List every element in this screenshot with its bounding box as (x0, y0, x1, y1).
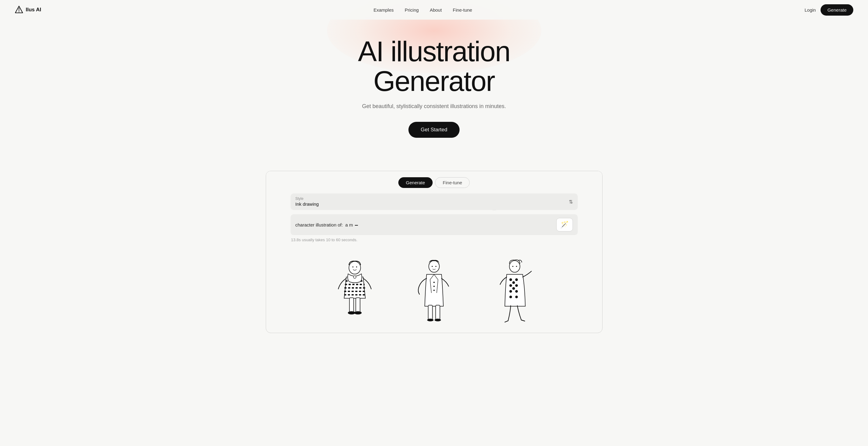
svg-point-18 (435, 266, 436, 267)
preview-controls: Style Ink drawing ⇅ character illustrati… (266, 193, 602, 333)
svg-point-17 (432, 266, 433, 267)
illustration-3 (474, 247, 553, 333)
style-label: Style (296, 196, 319, 201)
svg-point-5 (356, 266, 357, 267)
tab-generate[interactable]: Generate (398, 177, 433, 188)
preview-section: Ink drawing character illustration Gener… (0, 171, 868, 333)
prompt-text[interactable]: character illustration of: a m (296, 222, 553, 227)
illustration-2 (394, 247, 474, 333)
svg-point-29 (509, 279, 512, 281)
logo[interactable]: Ilus AI (15, 5, 41, 14)
magic-button[interactable]: 🪄 (556, 218, 573, 231)
svg-rect-23 (436, 305, 440, 320)
svg-point-19 (433, 282, 434, 283)
logo-text: Ilus AI (26, 7, 41, 13)
illustration-1 (315, 247, 394, 333)
svg-point-14 (348, 311, 355, 314)
preview-inner: Generate Fine-tune Style Ink drawing ⇅ c… (266, 171, 602, 333)
magic-wand-icon: 🪄 (560, 221, 568, 229)
preview-tabs: Generate Fine-tune (266, 171, 602, 193)
svg-point-31 (509, 284, 512, 287)
generate-nav-button[interactable]: Generate (820, 4, 853, 15)
chevron-icon: ⇅ (569, 199, 573, 205)
nav-actions: Login Generate (805, 4, 853, 15)
prompt-row: character illustration of: a m 🪄 (290, 214, 578, 235)
svg-point-4 (352, 266, 353, 267)
login-button[interactable]: Login (805, 7, 816, 12)
svg-point-36 (512, 287, 515, 290)
svg-point-25 (434, 319, 441, 321)
hero-content: AI illustration Generator Get beautiful,… (0, 37, 868, 138)
svg-point-24 (427, 319, 434, 321)
svg-rect-22 (428, 305, 432, 320)
nav-examples[interactable]: Examples (374, 7, 394, 12)
nav-about[interactable]: About (430, 7, 442, 12)
svg-rect-13 (356, 298, 360, 313)
nav-links: Examples Pricing About Fine-tune (374, 7, 472, 12)
svg-point-28 (516, 266, 517, 267)
hero-section: AI illustration Generator Get beautiful,… (0, 0, 868, 156)
hero-title: AI illustration Generator (0, 37, 868, 96)
nav-finetune[interactable]: Fine-tune (453, 7, 472, 12)
svg-point-20 (433, 286, 434, 287)
svg-point-11 (353, 276, 356, 279)
logo-icon (15, 5, 23, 14)
hero-subtitle: Get beautiful, stylistically consistent … (0, 103, 868, 109)
svg-point-3 (349, 261, 360, 274)
svg-point-26 (509, 260, 520, 272)
svg-point-2 (19, 12, 19, 12)
cursor (355, 225, 358, 226)
svg-point-35 (512, 281, 515, 284)
svg-point-33 (509, 290, 512, 293)
svg-point-38 (515, 296, 518, 298)
timing-text: 13.8s usually takes 10 to 60 seconds. (290, 237, 578, 242)
navbar: Ilus AI Examples Pricing About Fine-tune… (0, 0, 868, 20)
svg-point-37 (509, 296, 512, 298)
style-info: Style Ink drawing (296, 196, 319, 207)
svg-rect-12 (349, 298, 353, 313)
style-selector[interactable]: Style Ink drawing ⇅ (290, 193, 578, 210)
get-started-button[interactable]: Get Started (408, 122, 460, 138)
svg-point-32 (515, 284, 518, 287)
preview-container: Ink drawing character illustration Gener… (266, 171, 602, 333)
svg-point-34 (515, 290, 518, 293)
nav-pricing[interactable]: Pricing (405, 7, 419, 12)
svg-point-27 (512, 266, 513, 267)
svg-point-15 (354, 311, 361, 314)
illustrations-row (290, 247, 578, 333)
svg-point-21 (433, 290, 434, 291)
tab-finetune[interactable]: Fine-tune (435, 177, 470, 188)
style-value: Ink drawing (296, 201, 319, 206)
svg-point-16 (429, 260, 439, 272)
svg-point-30 (515, 279, 518, 281)
